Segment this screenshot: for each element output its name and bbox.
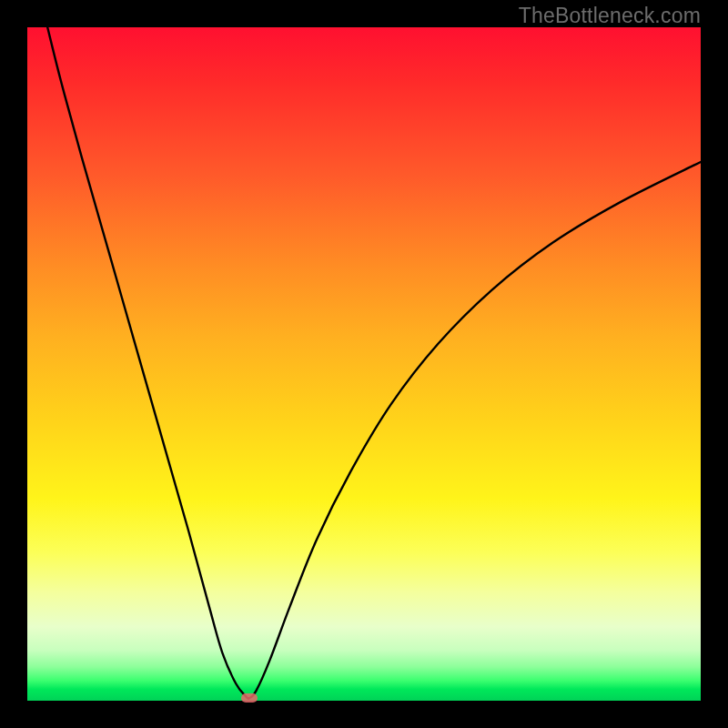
watermark-text: TheBottleneck.com: [519, 4, 701, 28]
chart-frame: TheBottleneck.com: [0, 0, 728, 728]
plot-area: [27, 27, 701, 701]
bottleneck-curve: [27, 27, 701, 701]
optimal-point-marker: [241, 693, 258, 703]
curve-path: [47, 27, 701, 699]
